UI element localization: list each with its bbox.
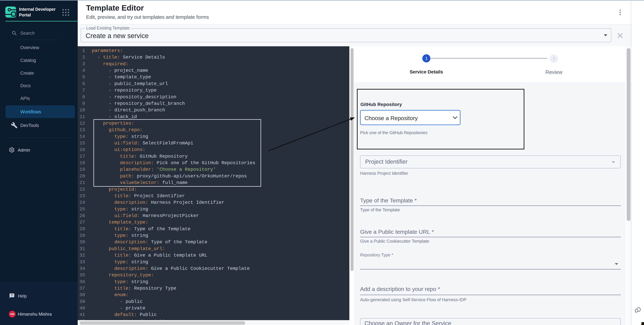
svg-text:?: ? <box>11 294 13 297</box>
